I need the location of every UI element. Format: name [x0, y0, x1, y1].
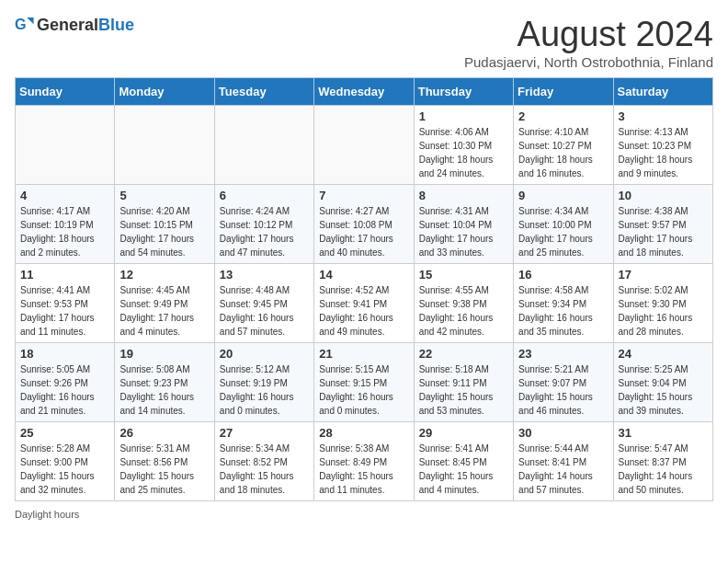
day-cell: 4Sunrise: 4:17 AM Sunset: 10:19 PM Dayli… [16, 185, 115, 264]
day-info: Sunrise: 5:34 AM Sunset: 8:52 PM Dayligh… [220, 442, 309, 497]
day-info: Sunrise: 4:31 AM Sunset: 10:04 PM Daylig… [419, 204, 508, 259]
day-cell: 15Sunrise: 4:55 AM Sunset: 9:38 PM Dayli… [414, 264, 513, 343]
day-number: 4 [20, 189, 109, 202]
day-info: Sunrise: 4:55 AM Sunset: 9:38 PM Dayligh… [419, 283, 508, 339]
day-number: 24 [619, 347, 708, 361]
day-info: Sunrise: 4:24 AM Sunset: 10:12 PM Daylig… [220, 204, 309, 259]
day-cell: 27Sunrise: 5:34 AM Sunset: 8:52 PM Dayli… [214, 422, 313, 501]
week-row-1: 1Sunrise: 4:06 AM Sunset: 10:30 PM Dayli… [16, 106, 713, 185]
day-info: Sunrise: 5:44 AM Sunset: 8:41 PM Dayligh… [518, 442, 608, 497]
day-info: Sunrise: 5:12 AM Sunset: 9:19 PM Dayligh… [220, 362, 309, 418]
day-cell: 17Sunrise: 5:02 AM Sunset: 9:30 PM Dayli… [613, 264, 712, 343]
column-header-friday: Friday [514, 78, 613, 106]
day-cell: 25Sunrise: 5:28 AM Sunset: 9:00 PM Dayli… [16, 422, 115, 501]
day-number: 11 [20, 268, 109, 282]
day-cell [314, 106, 414, 185]
day-cell: 8Sunrise: 4:31 AM Sunset: 10:04 PM Dayli… [414, 185, 513, 264]
day-cell: 20Sunrise: 5:12 AM Sunset: 9:19 PM Dayli… [214, 343, 313, 422]
day-number: 30 [518, 426, 608, 440]
day-cell: 11Sunrise: 4:41 AM Sunset: 9:53 PM Dayli… [16, 264, 115, 343]
day-number: 17 [619, 268, 708, 282]
day-cell: 13Sunrise: 4:48 AM Sunset: 9:45 PM Dayli… [214, 264, 313, 343]
day-cell: 12Sunrise: 4:45 AM Sunset: 9:49 PM Dayli… [115, 264, 214, 343]
logo-general: General [37, 16, 98, 34]
column-header-sunday: Sunday [16, 78, 115, 106]
day-cell: 1Sunrise: 4:06 AM Sunset: 10:30 PM Dayli… [414, 106, 513, 185]
column-header-wednesday: Wednesday [314, 78, 414, 106]
day-cell: 21Sunrise: 5:15 AM Sunset: 9:15 PM Dayli… [314, 343, 414, 422]
day-number: 6 [220, 189, 309, 202]
day-number: 5 [119, 189, 209, 202]
day-number: 21 [319, 347, 408, 361]
day-number: 3 [619, 109, 708, 123]
day-cell: 29Sunrise: 5:41 AM Sunset: 8:45 PM Dayli… [414, 422, 513, 501]
day-info: Sunrise: 5:47 AM Sunset: 8:37 PM Dayligh… [619, 442, 708, 497]
daylight-label: Daylight hours [15, 509, 79, 520]
day-cell: 2Sunrise: 4:10 AM Sunset: 10:27 PM Dayli… [514, 106, 613, 185]
day-cell [214, 106, 313, 185]
day-info: Sunrise: 5:02 AM Sunset: 9:30 PM Dayligh… [619, 283, 708, 339]
week-row-3: 11Sunrise: 4:41 AM Sunset: 9:53 PM Dayli… [16, 264, 713, 343]
day-number: 8 [419, 189, 508, 202]
week-row-5: 25Sunrise: 5:28 AM Sunset: 9:00 PM Dayli… [16, 422, 713, 501]
day-info: Sunrise: 4:20 AM Sunset: 10:15 PM Daylig… [119, 204, 209, 259]
day-info: Sunrise: 5:38 AM Sunset: 8:49 PM Dayligh… [319, 442, 408, 497]
title-section: August 2024 Pudasjaervi, North Ostroboth… [464, 15, 713, 70]
day-info: Sunrise: 5:41 AM Sunset: 8:45 PM Dayligh… [419, 442, 508, 497]
day-info: Sunrise: 5:05 AM Sunset: 9:26 PM Dayligh… [20, 362, 109, 418]
calendar-table: SundayMondayTuesdayWednesdayThursdayFrid… [15, 77, 713, 501]
day-number: 27 [220, 426, 309, 440]
column-header-thursday: Thursday [414, 78, 513, 106]
day-number: 7 [319, 189, 408, 202]
week-row-4: 18Sunrise: 5:05 AM Sunset: 9:26 PM Dayli… [16, 343, 713, 422]
day-cell: 10Sunrise: 4:38 AM Sunset: 9:57 PM Dayli… [613, 185, 712, 264]
day-cell: 31Sunrise: 5:47 AM Sunset: 8:37 PM Dayli… [613, 422, 712, 501]
day-number: 26 [119, 426, 209, 440]
day-cell: 23Sunrise: 5:21 AM Sunset: 9:07 PM Dayli… [514, 343, 613, 422]
svg-text:G: G [15, 16, 27, 32]
day-cell: 30Sunrise: 5:44 AM Sunset: 8:41 PM Dayli… [514, 422, 613, 501]
day-number: 16 [518, 268, 608, 282]
day-info: Sunrise: 4:06 AM Sunset: 10:30 PM Daylig… [419, 125, 508, 180]
header: G GeneralBlue August 2024 Pudasjaervi, N… [15, 15, 713, 70]
day-number: 13 [220, 268, 309, 282]
day-number: 14 [319, 268, 408, 282]
day-info: Sunrise: 5:15 AM Sunset: 9:15 PM Dayligh… [319, 362, 408, 418]
day-number: 10 [619, 189, 708, 202]
day-cell: 26Sunrise: 5:31 AM Sunset: 8:56 PM Dayli… [115, 422, 214, 501]
main-title: August 2024 [464, 15, 713, 54]
day-number: 18 [20, 347, 109, 361]
day-cell: 3Sunrise: 4:13 AM Sunset: 10:23 PM Dayli… [613, 106, 712, 185]
day-info: Sunrise: 4:38 AM Sunset: 9:57 PM Dayligh… [619, 204, 708, 259]
day-cell: 28Sunrise: 5:38 AM Sunset: 8:49 PM Dayli… [314, 422, 414, 501]
day-info: Sunrise: 4:41 AM Sunset: 9:53 PM Dayligh… [20, 283, 109, 339]
calendar-header: SundayMondayTuesdayWednesdayThursdayFrid… [16, 78, 713, 106]
column-header-saturday: Saturday [613, 78, 712, 106]
day-info: Sunrise: 4:34 AM Sunset: 10:00 PM Daylig… [518, 204, 608, 259]
column-header-monday: Monday [115, 78, 214, 106]
column-header-tuesday: Tuesday [214, 78, 313, 106]
day-number: 15 [419, 268, 508, 282]
day-info: Sunrise: 5:28 AM Sunset: 9:00 PM Dayligh… [20, 442, 109, 497]
subtitle: Pudasjaervi, North Ostrobothnia, Finland [464, 54, 713, 70]
day-info: Sunrise: 4:27 AM Sunset: 10:08 PM Daylig… [319, 204, 408, 259]
day-info: Sunrise: 4:10 AM Sunset: 10:27 PM Daylig… [518, 125, 608, 180]
logo: G GeneralBlue [15, 15, 134, 35]
day-cell [16, 106, 115, 185]
day-info: Sunrise: 5:21 AM Sunset: 9:07 PM Dayligh… [518, 362, 608, 418]
day-number: 20 [220, 347, 309, 361]
day-cell: 7Sunrise: 4:27 AM Sunset: 10:08 PM Dayli… [314, 185, 414, 264]
header-row: SundayMondayTuesdayWednesdayThursdayFrid… [16, 78, 713, 106]
day-number: 9 [518, 189, 608, 202]
day-info: Sunrise: 5:31 AM Sunset: 8:56 PM Dayligh… [119, 442, 209, 497]
day-cell: 16Sunrise: 4:58 AM Sunset: 9:34 PM Dayli… [514, 264, 613, 343]
day-info: Sunrise: 4:45 AM Sunset: 9:49 PM Dayligh… [119, 283, 209, 339]
day-cell: 24Sunrise: 5:25 AM Sunset: 9:04 PM Dayli… [613, 343, 712, 422]
day-number: 1 [419, 109, 508, 123]
day-info: Sunrise: 4:52 AM Sunset: 9:41 PM Dayligh… [319, 283, 408, 339]
day-cell: 5Sunrise: 4:20 AM Sunset: 10:15 PM Dayli… [115, 185, 214, 264]
day-info: Sunrise: 4:13 AM Sunset: 10:23 PM Daylig… [619, 125, 708, 180]
day-cell: 22Sunrise: 5:18 AM Sunset: 9:11 PM Dayli… [414, 343, 513, 422]
svg-marker-1 [27, 17, 33, 24]
day-number: 28 [319, 426, 408, 440]
